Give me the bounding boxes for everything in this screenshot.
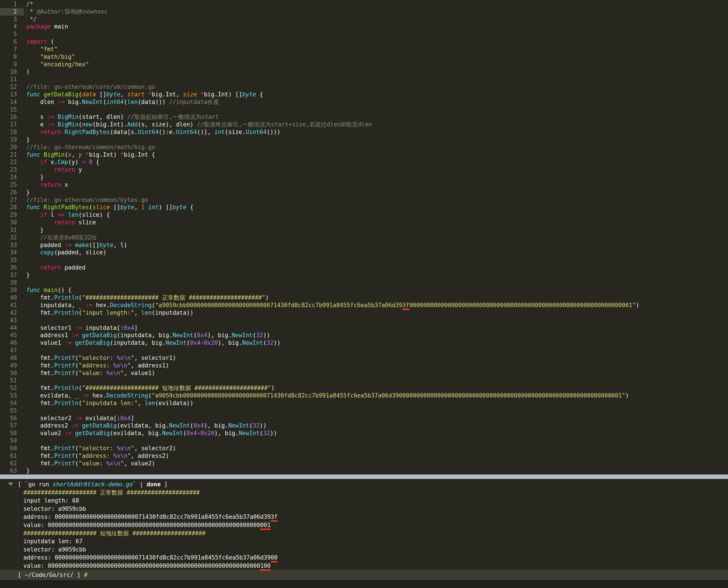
line-number[interactable]: 42	[0, 309, 24, 317]
line-number[interactable]: 41	[0, 301, 24, 309]
line-number[interactable]: 3	[0, 16, 24, 23]
line-number[interactable]: 26	[0, 189, 24, 196]
code-line[interactable]: 31 }	[0, 226, 728, 234]
code-line[interactable]: 62 fmt.Printf("value: %x\n", value2)	[0, 460, 728, 467]
code-line[interactable]: 38	[0, 279, 728, 287]
line-number[interactable]: 54	[0, 399, 24, 407]
code-line[interactable]: 36 return padded	[0, 264, 728, 272]
line-number[interactable]: 33	[0, 241, 24, 249]
code-line[interactable]: 23 return y	[0, 166, 728, 174]
code-line[interactable]: 17 e := BigMin(new(big.Int).Add(s, size)…	[0, 121, 728, 128]
line-number[interactable]: 51	[0, 377, 24, 384]
code-line[interactable]: 50 fmt.Printf("value: %x\n", value1)	[0, 370, 728, 377]
line-number[interactable]: 23	[0, 166, 24, 174]
code-line[interactable]: 46 value1 := getDataBig(inputdata, big.N…	[0, 339, 728, 347]
line-number[interactable]: 55	[0, 407, 24, 415]
panel-divider[interactable]	[0, 475, 728, 479]
line-number[interactable]: 21	[0, 151, 24, 159]
line-number[interactable]: 44	[0, 324, 24, 332]
code-line[interactable]: 45 address1 := getDataBig(inputdata, big…	[0, 332, 728, 339]
line-number[interactable]: 58	[0, 429, 24, 437]
code-line[interactable]: 26}	[0, 189, 728, 196]
line-number[interactable]: 46	[0, 339, 24, 347]
line-number[interactable]: 40	[0, 294, 24, 301]
code-line[interactable]: 52 fmt.Println("##################### 短地…	[0, 384, 728, 392]
code-line[interactable]: 41 inputdata, _ := hex.DecodeString("a90…	[0, 301, 728, 309]
code-line[interactable]: 25 return x	[0, 181, 728, 189]
code-line[interactable]: 43	[0, 317, 728, 324]
code-line[interactable]: 54 fmt.Println("inputdata len:", len(evi…	[0, 399, 728, 407]
code-line[interactable]: 29 if l <= len(slice) {	[0, 211, 728, 219]
line-number[interactable]: 34	[0, 249, 24, 256]
code-line[interactable]: 3 */	[0, 16, 728, 23]
code-line[interactable]: 47	[0, 347, 728, 354]
code-line[interactable]: 51	[0, 377, 728, 384]
line-number[interactable]: 57	[0, 422, 24, 429]
line-number[interactable]: 16	[0, 113, 24, 121]
line-number[interactable]: 24	[0, 174, 24, 181]
line-number[interactable]: 45	[0, 332, 24, 339]
code-line[interactable]: 40 fmt.Println("##################### 正常…	[0, 294, 728, 301]
line-number[interactable]: 37	[0, 272, 24, 279]
code-line[interactable]: 19}	[0, 136, 728, 144]
line-number[interactable]: 2	[0, 8, 24, 16]
line-number[interactable]: 25	[0, 181, 24, 189]
line-number[interactable]: 13	[0, 91, 24, 98]
line-number[interactable]: 22	[0, 159, 24, 166]
line-number[interactable]: 1	[0, 0, 24, 8]
terminal-prompt-bar[interactable]: [ ~/Code/Go/src/ ] #	[0, 570, 728, 580]
code-line[interactable]: 49 fmt.Printf("address: %x\n", address1)	[0, 362, 728, 370]
line-number[interactable]: 47	[0, 347, 24, 354]
code-line[interactable]: 59	[0, 437, 728, 445]
fold-triangle-icon[interactable]	[8, 483, 13, 486]
line-number[interactable]: 17	[0, 121, 24, 128]
code-line[interactable]: 28func RightPadBytes(slice []byte, l int…	[0, 204, 728, 211]
line-number[interactable]: 60	[0, 445, 24, 452]
line-number[interactable]: 36	[0, 264, 24, 272]
line-number[interactable]: 6	[0, 38, 24, 46]
code-line[interactable]: 55	[0, 407, 728, 415]
code-line[interactable]: 57 address2 := getDataBig(evildata, big.…	[0, 422, 728, 429]
code-line[interactable]: 61 fmt.Printf("address: %x\n", address2)	[0, 452, 728, 460]
code-line[interactable]: 44 selector1 := inputdata[:0x4]	[0, 324, 728, 332]
code-line[interactable]: 10)	[0, 68, 728, 76]
code-line[interactable]: 8 "math/big"	[0, 53, 728, 61]
line-number[interactable]: 7	[0, 46, 24, 53]
code-line[interactable]: 48 fmt.Printf("selector: %x\n", selector…	[0, 354, 728, 362]
line-number[interactable]: 52	[0, 384, 24, 392]
line-number[interactable]: 56	[0, 415, 24, 422]
line-number[interactable]: 49	[0, 362, 24, 370]
code-line[interactable]: 22 if x.Cmp(y) > 0 {	[0, 159, 728, 166]
code-line[interactable]: 9 "encoding/hex"	[0, 61, 728, 68]
line-number[interactable]: 48	[0, 354, 24, 362]
code-line[interactable]: 33 padded := make([]byte, l)	[0, 241, 728, 249]
code-line[interactable]: 16 s := BigMin(start, dlen) //取值起始索引,一般情…	[0, 113, 728, 121]
line-number[interactable]: 30	[0, 219, 24, 226]
code-line[interactable]: 12//file: go-ethereum/core/vm/common.go	[0, 83, 728, 91]
line-number[interactable]: 61	[0, 452, 24, 460]
code-line[interactable]: 53 evildata, _ := hex.DecodeString("a905…	[0, 392, 728, 399]
code-line[interactable]: 21func BigMin(x, y *big.Int) *big.Int {	[0, 151, 728, 159]
code-line[interactable]: 37}	[0, 272, 728, 279]
code-line[interactable]: 6import (	[0, 38, 728, 46]
code-line[interactable]: 58 value2 := getDataBig(evildata, big.Ne…	[0, 429, 728, 437]
line-number[interactable]: 14	[0, 98, 24, 106]
code-line[interactable]: 34 copy(padded, slice)	[0, 249, 728, 256]
line-number[interactable]: 50	[0, 370, 24, 377]
code-line[interactable]: 13func getDataBig(data []byte, start *bi…	[0, 91, 728, 98]
code-line[interactable]: 5	[0, 30, 728, 38]
code-line[interactable]: 7 "fmt"	[0, 46, 728, 53]
code-line[interactable]: 39func main() {	[0, 287, 728, 294]
line-number[interactable]: 12	[0, 83, 24, 91]
code-line[interactable]: 24 }	[0, 174, 728, 181]
line-number[interactable]: 32	[0, 234, 24, 241]
code-line[interactable]: 18 return RightPadBytes(data[s.Uint64():…	[0, 128, 728, 136]
line-number[interactable]: 18	[0, 128, 24, 136]
code-line[interactable]: 32 //右填充0x00至32位	[0, 234, 728, 241]
line-number[interactable]: 5	[0, 30, 24, 38]
line-number[interactable]: 31	[0, 226, 24, 234]
line-number[interactable]: 62	[0, 460, 24, 467]
code-line[interactable]: 27//file: go-ethereum/common/bytes.go	[0, 196, 728, 204]
line-number[interactable]: 15	[0, 106, 24, 113]
line-number[interactable]: 59	[0, 437, 24, 445]
